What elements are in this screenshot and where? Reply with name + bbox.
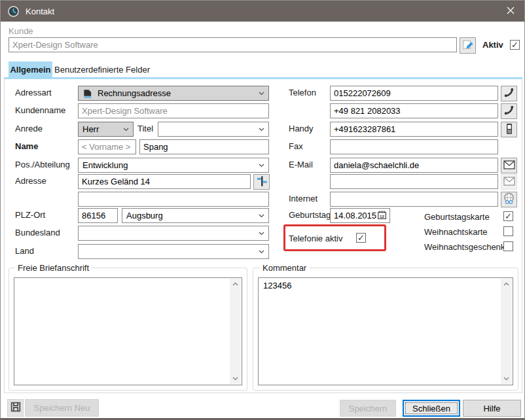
handy-input[interactable] — [330, 122, 498, 137]
clock-app-icon — [7, 5, 20, 18]
scrollbar[interactable] — [501, 279, 512, 384]
weihnachtskarte-checkbox[interactable] — [503, 226, 513, 236]
bundesland-combo[interactable] — [78, 226, 269, 241]
plz-ort-label: PLZ-Ort — [15, 210, 45, 220]
adressart-label: Adressart — [15, 88, 52, 97]
internet-input[interactable] — [330, 192, 498, 207]
close-button[interactable] — [497, 1, 524, 22]
aktiv-label: Aktiv — [482, 40, 503, 50]
briefanschrift-textarea[interactable] — [14, 277, 242, 385]
telefon-label: Telefon — [289, 88, 316, 97]
pos-abteilung-value: Entwicklung — [82, 160, 128, 170]
adresse-input[interactable] — [78, 174, 251, 189]
weihnachtsgeschenk-checkbox[interactable] — [503, 241, 513, 251]
title-bar: Kontakt — [1, 1, 524, 22]
kundenname-label: Kundenname — [15, 105, 65, 115]
aktiv-checkbox[interactable] — [510, 40, 520, 50]
schliessen-button[interactable]: Schließen — [403, 400, 460, 417]
scroll-up-button[interactable] — [503, 279, 509, 289]
plz-input[interactable] — [78, 208, 118, 223]
geburtstagskarte-label: Geburtstagskarte — [424, 212, 490, 222]
titel-combo[interactable] — [158, 122, 269, 137]
scroll-down-button[interactable] — [232, 374, 238, 384]
scroll-up-button[interactable] — [232, 279, 238, 289]
handy-label: Handy — [289, 124, 314, 133]
adressart-combo[interactable]: Rechnungsadresse — [78, 86, 269, 101]
mobile-phone-icon — [504, 123, 515, 137]
edit-note-icon — [462, 39, 474, 52]
dial-phone1-button[interactable] — [501, 86, 517, 101]
dial-mobile-button[interactable] — [501, 122, 517, 137]
close-icon — [507, 7, 515, 16]
dial-phone2-button[interactable] — [501, 103, 517, 119]
kunde-label: Kunde — [9, 26, 33, 36]
vorname-input[interactable] — [78, 139, 136, 154]
calendar-icon[interactable]: 12 — [377, 210, 387, 222]
floppy-disk-icon — [10, 401, 22, 415]
fax-label: Fax — [289, 141, 303, 151]
open-website-button[interactable] — [501, 192, 517, 207]
anrede-combo[interactable]: Herr — [78, 122, 134, 137]
geburtstag-value: 14.08.2015 — [334, 211, 377, 220]
kunde-input[interactable] — [9, 37, 457, 52]
adresse-label: Adresse — [15, 176, 46, 186]
svg-text:12: 12 — [380, 213, 384, 218]
edit-customer-button[interactable] — [460, 37, 476, 54]
kommentar-text: 123456 — [263, 281, 291, 290]
window-title: Kontakt — [26, 7, 54, 16]
tab-benutzerdefinierte-label: Benutzerdefinierte Felder — [54, 65, 150, 75]
bundesland-label: Bundesland — [15, 228, 60, 237]
chevron-down-icon — [259, 128, 264, 131]
anrede-label: Anrede — [15, 124, 43, 133]
ort-combo[interactable]: Augsburg — [122, 208, 269, 223]
email-label: E-Mail — [289, 160, 313, 169]
weihnachtsgeschenk-label: Weihnachtsgeschenk — [424, 242, 505, 252]
scroll-down-button[interactable] — [503, 374, 509, 384]
nachname-input[interactable] — [139, 139, 269, 154]
tab-benutzerdefinierte-felder[interactable]: Benutzerdefinierte Felder — [52, 61, 152, 77]
chevron-down-icon — [259, 214, 264, 218]
signpost-icon — [256, 175, 268, 189]
weihnachtskarte-label: Weihnachtskarte — [424, 227, 488, 237]
chevron-down-icon — [259, 164, 264, 167]
pos-abteilung-combo[interactable]: Entwicklung — [78, 158, 269, 173]
email2-input[interactable] — [330, 174, 498, 189]
pos-abteilung-label: Pos./Abteilung — [15, 160, 70, 169]
phone-icon — [503, 105, 515, 118]
annotation-highlight — [283, 224, 386, 251]
tab-allgemein-label: Allgemein — [10, 65, 50, 75]
internet-label: Internet — [289, 194, 317, 203]
phone-icon — [503, 87, 515, 100]
chevron-down-icon — [259, 232, 264, 236]
kundenname-input[interactable] — [78, 103, 269, 118]
chevron-down-icon — [259, 92, 264, 96]
kommentar-textarea[interactable]: 123456 — [258, 277, 513, 385]
contact-dialog: Kontakt Kunde Aktiv Allgemein Benutzerde… — [0, 0, 525, 420]
geburtstagskarte-checkbox[interactable] — [503, 211, 513, 221]
geburtstag-label: Geburtstag — [289, 210, 331, 220]
adressart-value: Rechnungsadresse — [98, 88, 171, 98]
briefanschrift-legend: Freie Briefanschrift — [15, 263, 92, 273]
tab-allgemein[interactable]: Allgemein — [9, 61, 52, 77]
send-email2-button[interactable] — [501, 174, 517, 190]
anrede-value: Herr — [82, 124, 99, 134]
globe-icon — [503, 192, 515, 207]
save-icon-button[interactable] — [7, 399, 24, 417]
speichern-neu-button[interactable]: Speichern Neu — [25, 399, 99, 417]
adresse2-input[interactable] — [78, 192, 269, 207]
route-button[interactable] — [253, 174, 270, 190]
email1-input[interactable] — [330, 158, 498, 173]
land-label: Land — [15, 246, 34, 256]
land-combo[interactable] — [78, 244, 269, 259]
hilfe-button[interactable]: Hilfe — [463, 400, 521, 417]
envelope-icon — [503, 160, 515, 171]
send-email1-button[interactable] — [501, 158, 517, 173]
telefon2-input[interactable] — [330, 103, 498, 118]
fax-input[interactable] — [330, 139, 498, 154]
scrollbar[interactable] — [230, 279, 241, 384]
speichern-button[interactable]: Speichern — [340, 400, 396, 417]
geburtstag-field[interactable]: 14.08.2015 12 — [330, 208, 390, 223]
invoice-address-icon — [82, 88, 93, 99]
telefon1-input[interactable] — [330, 86, 498, 101]
envelope-icon — [503, 177, 515, 188]
